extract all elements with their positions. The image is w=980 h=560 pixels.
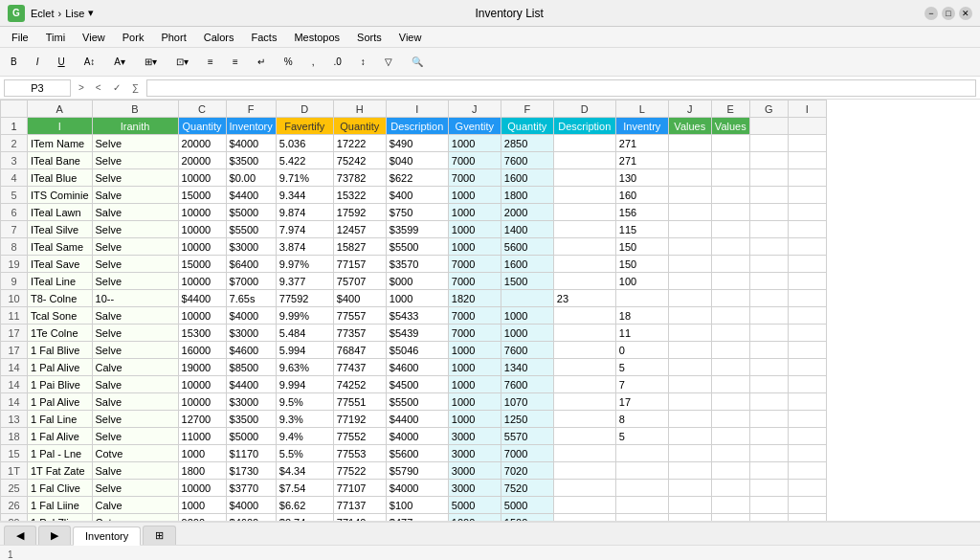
cell[interactable]: Calve — [92, 497, 178, 514]
cell[interactable]: 156 — [615, 204, 668, 221]
cell[interactable]: 1000 — [178, 445, 226, 462]
cell[interactable]: $4600 — [386, 359, 448, 376]
cell[interactable]: 18 — [615, 307, 668, 325]
cell[interactable] — [615, 290, 668, 307]
cell[interactable]: $5790 — [386, 462, 448, 480]
cell[interactable]: $3000 — [226, 325, 276, 342]
cell[interactable]: $5000 — [226, 204, 276, 221]
cell[interactable] — [668, 204, 711, 221]
cell[interactable]: Salve — [92, 376, 178, 393]
cell[interactable] — [668, 221, 711, 238]
cell[interactable] — [788, 411, 826, 428]
cell[interactable]: 7000 — [448, 152, 501, 169]
menu-calors[interactable]: Calors — [196, 30, 242, 45]
cell[interactable]: 1820 — [448, 290, 501, 307]
toolbar-bold[interactable]: B — [4, 54, 24, 70]
cell[interactable]: $400 — [386, 187, 448, 204]
cell[interactable]: 10-- — [92, 290, 178, 307]
cell[interactable] — [788, 428, 826, 445]
minimize-button[interactable]: − — [924, 7, 938, 20]
cell[interactable] — [553, 462, 615, 480]
cell[interactable]: 20000 — [178, 135, 226, 152]
cell[interactable]: Salve — [92, 307, 178, 325]
col-header-i2[interactable]: I — [788, 101, 826, 118]
cell[interactable]: 75242 — [333, 152, 386, 169]
cell[interactable]: $4000 — [386, 480, 448, 497]
cell[interactable] — [668, 497, 711, 514]
cell[interactable] — [553, 273, 615, 290]
cell[interactable]: 3.874 — [276, 238, 333, 256]
cell[interactable] — [668, 325, 711, 342]
col-header-j2[interactable]: J — [668, 101, 711, 118]
cell[interactable]: 9.3% — [276, 411, 333, 428]
cell[interactable]: ITeal Blue — [28, 169, 93, 187]
cell[interactable]: 77140 — [333, 514, 386, 522]
cell[interactable] — [711, 411, 749, 428]
cell[interactable]: $4400 — [226, 376, 276, 393]
cell[interactable] — [711, 290, 749, 307]
cell[interactable] — [788, 497, 826, 514]
cell[interactable]: $4.34 — [276, 462, 333, 480]
cell[interactable] — [749, 273, 788, 290]
cell[interactable] — [711, 325, 749, 342]
cell[interactable]: 271 — [615, 135, 668, 152]
cell[interactable]: 9.377 — [276, 273, 333, 290]
cell[interactable]: ITS Cominie — [28, 187, 93, 204]
cell[interactable] — [711, 135, 749, 152]
cell[interactable]: Selve — [92, 480, 178, 497]
cell[interactable]: 10000 — [178, 393, 226, 411]
cell[interactable] — [749, 411, 788, 428]
cell[interactable]: 3000 — [448, 480, 501, 497]
cell[interactable]: 9.97% — [276, 256, 333, 273]
cell[interactable] — [668, 359, 711, 376]
cell[interactable] — [749, 342, 788, 359]
cell[interactable] — [749, 256, 788, 273]
cell[interactable] — [668, 514, 711, 522]
menu-facts[interactable]: Facts — [243, 30, 284, 45]
cell[interactable]: 1000 — [448, 359, 501, 376]
cell[interactable]: 17592 — [333, 204, 386, 221]
cell[interactable]: 9.99% — [276, 307, 333, 325]
cell[interactable] — [553, 497, 615, 514]
cell[interactable]: 1000 — [501, 307, 553, 325]
table-row[interactable]: 9ITeal LineSelve10000$70009.37775707$000… — [1, 273, 827, 290]
maximize-button[interactable]: □ — [942, 7, 955, 20]
cell[interactable]: $5500 — [386, 238, 448, 256]
menu-sorts[interactable]: Sorts — [349, 30, 390, 45]
table-row[interactable]: 4ITeal BlueSelve10000$0.009.71%73782$622… — [1, 169, 827, 187]
cell[interactable] — [711, 238, 749, 256]
cell[interactable]: $000 — [386, 273, 448, 290]
cell[interactable] — [668, 428, 711, 445]
col-header-g[interactable]: G — [749, 101, 788, 118]
cell[interactable] — [668, 273, 711, 290]
cell[interactable] — [668, 256, 711, 273]
menu-view2[interactable]: View — [391, 30, 430, 45]
cell[interactable]: ITeal Bane — [28, 152, 93, 169]
col-header-i[interactable]: I — [386, 101, 448, 118]
cell[interactable]: 5.036 — [276, 135, 333, 152]
toolbar-comma[interactable]: , — [305, 54, 322, 70]
cell[interactable]: 10000 — [178, 273, 226, 290]
cell[interactable] — [711, 187, 749, 204]
cell[interactable] — [553, 187, 615, 204]
cell[interactable]: 1000 — [448, 135, 501, 152]
cell[interactable]: 77137 — [333, 497, 386, 514]
cell[interactable] — [749, 462, 788, 480]
cell[interactable] — [711, 221, 749, 238]
cell[interactable]: 1000 — [448, 411, 501, 428]
cell[interactable] — [711, 169, 749, 187]
cell[interactable] — [711, 393, 749, 411]
cell[interactable]: 1 Fal Alive — [28, 428, 93, 445]
cell[interactable]: Selve — [92, 325, 178, 342]
table-row[interactable]: 251 Fal CliveSelve10000$3770$7.5477107$4… — [1, 480, 827, 497]
cell[interactable] — [749, 135, 788, 152]
cell[interactable]: 7.65s — [226, 290, 276, 307]
table-row[interactable]: 2ITem NameSelve20000$40005.03617222$4901… — [1, 135, 827, 152]
cell[interactable] — [749, 393, 788, 411]
cell[interactable] — [711, 376, 749, 393]
cell[interactable]: 1 Pal Zliee — [28, 514, 93, 522]
cell[interactable] — [711, 256, 749, 273]
col-header-c[interactable]: C — [178, 101, 226, 118]
cell[interactable] — [553, 393, 615, 411]
cell[interactable]: Selve — [92, 169, 178, 187]
